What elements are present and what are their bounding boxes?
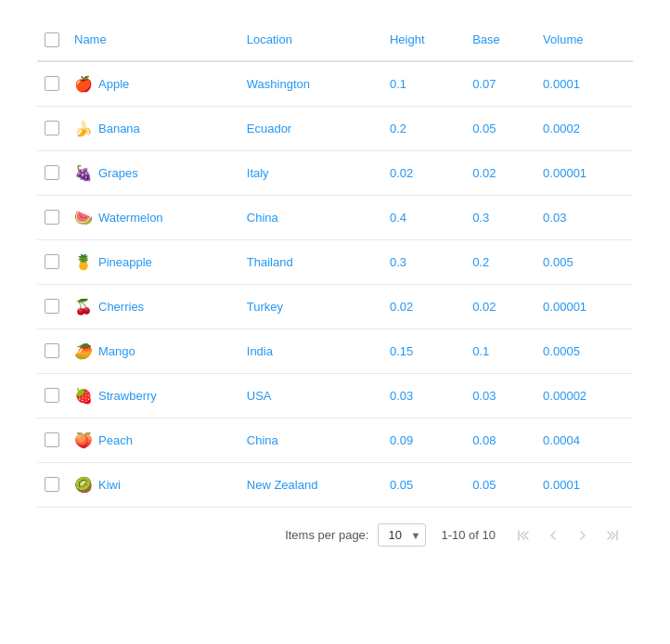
main-container: Name Location Height Base Volume 🍎 Apple… bbox=[0, 0, 670, 571]
row-name: 🍎 Apple bbox=[67, 61, 239, 107]
row-location: Italy bbox=[239, 150, 382, 195]
row-checkbox-cell bbox=[37, 150, 67, 195]
header-height: Height bbox=[382, 19, 465, 61]
row-checkbox[interactable] bbox=[45, 121, 59, 135]
row-volume: 0.005 bbox=[535, 239, 633, 284]
row-checkbox[interactable] bbox=[45, 165, 59, 180]
fruit-name-label: Kiwi bbox=[98, 478, 121, 492]
header-checkbox[interactable] bbox=[45, 32, 59, 47]
row-base: 0.05 bbox=[465, 462, 535, 507]
fruit-name-label: Strawberry bbox=[98, 389, 157, 403]
table-row: 🍌 Banana Ecuador 0.2 0.05 0.0002 bbox=[37, 106, 633, 150]
table-row: 🍍 Pineapple Thailand 0.3 0.2 0.005 bbox=[37, 239, 633, 284]
row-location: Ecuador bbox=[239, 106, 382, 150]
fruit-emoji: 🍒 bbox=[74, 298, 93, 316]
fruit-emoji: 🍍 bbox=[74, 253, 93, 271]
row-volume: 0.00001 bbox=[535, 150, 633, 195]
row-checkbox[interactable] bbox=[45, 388, 59, 403]
row-base: 0.02 bbox=[465, 150, 535, 195]
table-row: 🍓 Strawberry USA 0.03 0.03 0.00002 bbox=[37, 373, 633, 418]
row-location: Thailand bbox=[239, 239, 382, 284]
fruit-name-label: Pineapple bbox=[98, 255, 152, 269]
row-checkbox-cell bbox=[37, 61, 67, 107]
fruit-emoji: 🍑 bbox=[74, 431, 93, 449]
prev-page-button[interactable] bbox=[540, 522, 566, 548]
fruit-name-label: Mango bbox=[98, 344, 135, 358]
table-row: 🍉 Watermelon China 0.4 0.3 0.03 bbox=[37, 195, 633, 239]
row-checkbox-cell bbox=[37, 195, 67, 239]
fruit-name-label: Apple bbox=[98, 77, 129, 91]
items-per-page-section: Items per page: 10 5 25 50 ▼ bbox=[285, 523, 426, 547]
fruit-emoji: 🥭 bbox=[74, 342, 93, 360]
first-page-icon bbox=[517, 529, 530, 542]
fruit-name-cell: 🍑 Peach bbox=[74, 431, 232, 449]
fruit-name-cell: 🍇 Grapes bbox=[74, 164, 232, 182]
pagination-buttons bbox=[510, 522, 625, 548]
row-checkbox-cell bbox=[37, 418, 67, 462]
prev-page-icon bbox=[547, 529, 560, 542]
fruit-emoji: 🍇 bbox=[74, 164, 93, 182]
row-checkbox[interactable] bbox=[45, 254, 59, 269]
row-volume: 0.0004 bbox=[535, 418, 633, 462]
next-page-button[interactable] bbox=[570, 522, 596, 548]
fruit-name-cell: 🍌 Banana bbox=[74, 120, 232, 137]
table-row: 🥭 Mango India 0.15 0.1 0.0005 bbox=[37, 328, 633, 373]
last-page-button[interactable] bbox=[599, 522, 625, 548]
row-checkbox-cell bbox=[37, 239, 67, 284]
next-page-icon bbox=[576, 529, 589, 542]
row-base: 0.08 bbox=[465, 418, 535, 462]
row-volume: 0.0001 bbox=[535, 462, 633, 507]
row-name: 🍇 Grapes bbox=[67, 150, 239, 195]
row-base: 0.02 bbox=[465, 284, 535, 328]
row-base: 0.2 bbox=[465, 239, 535, 284]
fruit-emoji: 🍉 bbox=[74, 209, 93, 226]
row-checkbox[interactable] bbox=[45, 432, 59, 447]
items-per-page-select[interactable]: 10 5 25 50 bbox=[378, 523, 426, 547]
row-name: 🥭 Mango bbox=[67, 328, 239, 373]
row-height: 0.05 bbox=[382, 462, 465, 507]
row-volume: 0.00001 bbox=[535, 284, 633, 328]
row-checkbox-cell bbox=[37, 373, 67, 418]
header-volume: Volume bbox=[535, 19, 633, 61]
row-name: 🍉 Watermelon bbox=[67, 195, 239, 239]
fruit-emoji: 🍓 bbox=[74, 387, 93, 405]
row-name: 🍒 Cherries bbox=[67, 284, 239, 328]
row-name: 🥝 Kiwi bbox=[67, 462, 239, 507]
row-checkbox[interactable] bbox=[45, 76, 59, 91]
header-name: Name bbox=[67, 19, 239, 61]
row-height: 0.03 bbox=[382, 373, 465, 418]
header-checkbox-col bbox=[37, 19, 67, 61]
fruit-name-cell: 🥝 Kiwi bbox=[74, 476, 232, 494]
fruit-name-label: Grapes bbox=[98, 166, 138, 180]
row-name: 🍑 Peach bbox=[67, 418, 239, 462]
row-checkbox[interactable] bbox=[45, 299, 59, 314]
row-checkbox-cell bbox=[37, 328, 67, 373]
row-checkbox-cell bbox=[37, 106, 67, 150]
fruit-emoji: 🥝 bbox=[74, 476, 93, 494]
table-footer: Items per page: 10 5 25 50 ▼ 1-10 of 10 bbox=[37, 508, 633, 552]
row-location: Turkey bbox=[239, 284, 382, 328]
row-volume: 0.03 bbox=[535, 195, 633, 239]
row-name: 🍓 Strawberry bbox=[67, 373, 239, 418]
items-per-page-wrapper: 10 5 25 50 ▼ bbox=[378, 523, 426, 547]
fruit-name-cell: 🍎 Apple bbox=[74, 75, 232, 93]
row-name: 🍍 Pineapple bbox=[67, 239, 239, 284]
table-row: 🥝 Kiwi New Zealand 0.05 0.05 0.0001 bbox=[37, 462, 633, 507]
table-row: 🍑 Peach China 0.09 0.08 0.0004 bbox=[37, 418, 633, 462]
fruit-name-label: Peach bbox=[98, 433, 133, 447]
last-page-icon bbox=[606, 529, 619, 542]
row-volume: 0.0001 bbox=[535, 61, 633, 107]
first-page-button[interactable] bbox=[510, 522, 536, 548]
fruit-name-cell: 🍉 Watermelon bbox=[74, 209, 232, 226]
header-base: Base bbox=[465, 19, 535, 61]
row-checkbox[interactable] bbox=[45, 343, 59, 358]
row-volume: 0.0005 bbox=[535, 328, 633, 373]
table-row: 🍎 Apple Washington 0.1 0.07 0.0001 bbox=[37, 61, 633, 107]
row-checkbox[interactable] bbox=[45, 477, 59, 492]
row-checkbox[interactable] bbox=[45, 210, 59, 225]
row-height: 0.15 bbox=[382, 328, 465, 373]
row-height: 0.02 bbox=[382, 284, 465, 328]
row-base: 0.1 bbox=[465, 328, 535, 373]
row-location: India bbox=[239, 328, 382, 373]
fruit-name-cell: 🍍 Pineapple bbox=[74, 253, 232, 271]
